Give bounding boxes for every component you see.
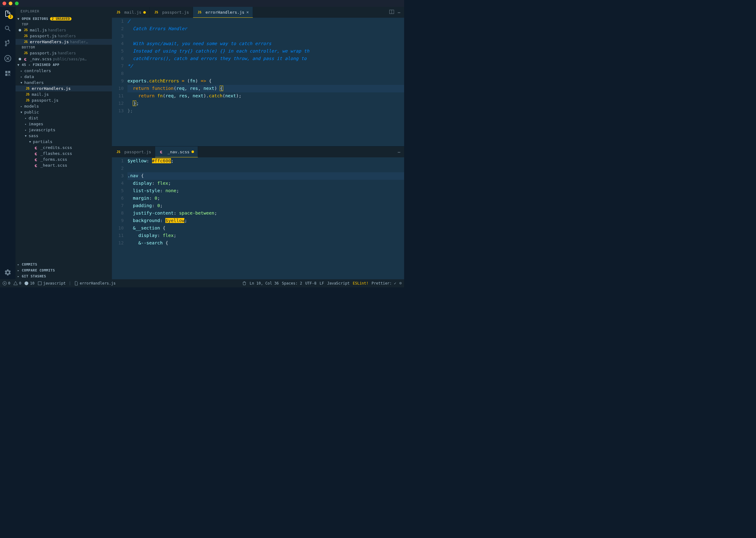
editor-tab[interactable]: _nav.scss	[155, 146, 198, 157]
code-line[interactable]: };	[127, 100, 404, 107]
js-icon: JS	[23, 28, 28, 32]
status-errors[interactable]: 0	[3, 281, 10, 286]
folder-item[interactable]: ▸javascripts	[16, 127, 112, 133]
status-language[interactable]: JavaScript	[327, 281, 349, 286]
open-editors-label: OPEN EDITORS	[22, 17, 48, 21]
more-icon[interactable]: ⋯	[398, 150, 400, 155]
minimize-window[interactable]	[9, 2, 13, 5]
extensions-icon[interactable]	[3, 69, 12, 78]
code-line[interactable]	[127, 70, 404, 78]
code-line[interactable]: */	[127, 63, 404, 70]
code-line[interactable]: exports.catchErrors = (fn) => {	[127, 78, 404, 85]
code-line[interactable]: return function(req, res, next) {	[127, 85, 404, 92]
file-item[interactable]: JSpassport.js	[16, 97, 112, 103]
code-line[interactable]: With async/await, you need some way to c…	[127, 40, 404, 48]
editor-tab[interactable]: JSmail.js	[112, 7, 150, 18]
editor-tab[interactable]: JSerrorHandlers.js×	[193, 7, 253, 18]
file-item[interactable]: _credits.scss	[16, 145, 112, 150]
explorer-icon[interactable]: 2	[3, 9, 12, 18]
code-line[interactable]: display: flex;	[127, 232, 404, 240]
status-position[interactable]: Ln 10, Col 36	[250, 281, 279, 286]
code-area-bottom[interactable]: 123456789101112 $yellow: #ffc600; .nav {…	[112, 157, 404, 279]
panel-header[interactable]: ▸GIT STASHES	[16, 273, 112, 279]
folder-item[interactable]: ▼partials	[16, 139, 112, 145]
open-editor-item[interactable]: _nav.scsspublic/sass/pa…	[16, 56, 112, 62]
code-line[interactable]: background: $yellow;	[127, 217, 404, 225]
status-trash-icon[interactable]	[242, 281, 246, 286]
editor-group-bottom: JSpassport.js_nav.scss ⋯ 123456789101112…	[112, 146, 404, 279]
status-info[interactable]: 10	[24, 281, 34, 286]
file-name: errorHandlers.js	[32, 86, 71, 91]
search-icon[interactable]	[3, 24, 12, 33]
editor-group-label: TOP	[16, 22, 112, 27]
file-item[interactable]: _flashes.scss	[16, 150, 112, 156]
folder-item[interactable]: ▼public	[16, 109, 112, 115]
file-item[interactable]: JSerrorHandlers.js	[16, 85, 112, 91]
project-header[interactable]: ▼ 45 - FINISHED APP	[16, 62, 112, 68]
code-line[interactable]: catchErrors(), catch and errors they thr…	[127, 55, 404, 63]
status-lang-file[interactable]: javascript	[38, 281, 66, 286]
code-line[interactable]: &__section {	[127, 225, 404, 232]
editor-tab[interactable]: JSpassport.js	[150, 7, 193, 18]
code-line[interactable]	[127, 33, 404, 40]
code-line[interactable]: .nav {	[127, 172, 404, 180]
split-editor-icon[interactable]	[389, 9, 394, 15]
code-line[interactable]: };	[127, 107, 404, 115]
close-window[interactable]	[3, 2, 6, 5]
code-line[interactable]: $yellow: #ffc600;	[127, 157, 404, 165]
open-editor-item[interactable]: JSpassport.jshandlers	[16, 50, 112, 56]
code-line[interactable]	[127, 165, 404, 172]
tab-label: errorHandlers.js	[206, 10, 244, 15]
code-line[interactable]: Catch Errors Handler	[127, 25, 404, 33]
status-feedback-icon[interactable]: ☺	[399, 281, 402, 286]
folder-item[interactable]: ▸images	[16, 121, 112, 127]
debug-icon[interactable]	[3, 54, 12, 63]
status-eol[interactable]: LF	[320, 281, 324, 286]
status-eslint[interactable]: ESLint!	[353, 281, 369, 286]
chevron-right-icon: ▸	[18, 269, 22, 272]
maximize-window[interactable]	[15, 2, 19, 5]
file-item[interactable]: _heart.scss	[16, 162, 112, 168]
open-editor-item[interactable]: JSpassport.jshandlers	[16, 33, 112, 39]
folder-item[interactable]: ▸data	[16, 74, 112, 80]
code-line[interactable]: padding: 0;	[127, 202, 404, 210]
code[interactable]: / Catch Errors Handler With async/await,…	[127, 18, 404, 146]
code-line[interactable]: display: flex;	[127, 180, 404, 187]
file-item[interactable]: JSmail.js	[16, 91, 112, 97]
code-line[interactable]: Instead of using try{} catch(e) {} in ea…	[127, 48, 404, 55]
folder-item[interactable]: ▸dist	[16, 115, 112, 121]
code[interactable]: $yellow: #ffc600; .nav { display: flex; …	[127, 157, 404, 279]
editor-group-top: JSmail.jsJSpassport.jsJSerrorHandlers.js…	[112, 7, 404, 146]
code-area-top[interactable]: 12345678910111213 / Catch Errors Handler…	[112, 18, 404, 146]
folder-name: controllers	[24, 69, 51, 73]
settings-icon[interactable]	[3, 268, 12, 277]
status-prettier[interactable]: Prettier: ✓	[372, 281, 396, 286]
code-line[interactable]: margin: 0;	[127, 195, 404, 202]
code-line[interactable]: &--search {	[127, 240, 404, 247]
code-line[interactable]: list-style: none;	[127, 187, 404, 195]
more-icon[interactable]: ⋯	[398, 10, 400, 15]
code-line[interactable]: return fn(req, res, next).catch(next);	[127, 92, 404, 100]
panel-header[interactable]: ▸COMPARE COMMITS	[16, 267, 112, 273]
folder-item[interactable]: ▸models	[16, 103, 112, 109]
code-line[interactable]: /	[127, 18, 404, 25]
chevron-down-icon: ▼	[25, 134, 28, 137]
chevron-down-icon: ▼	[29, 140, 33, 143]
code-line[interactable]: justify-content: space-between;	[127, 210, 404, 217]
panel-header[interactable]: ▸COMMITS	[16, 261, 112, 267]
close-icon[interactable]: ×	[246, 10, 249, 15]
folder-item[interactable]: ▼sass	[16, 133, 112, 139]
open-editors-header[interactable]: ▼ OPEN EDITORS 2 UNSAVED	[16, 16, 112, 22]
source-control-icon[interactable]	[3, 39, 12, 48]
open-editor-item[interactable]: JSmail.jshandlers	[16, 27, 112, 33]
editor-tab[interactable]: JSpassport.js	[112, 146, 155, 157]
status-spaces[interactable]: Spaces: 2	[282, 281, 302, 286]
folder-item[interactable]: ▼handlers	[16, 80, 112, 85]
status-file[interactable]: errorHandlers.js	[74, 281, 116, 286]
status-warnings[interactable]: 0	[13, 281, 21, 286]
file-item[interactable]: _forms.scss	[16, 156, 112, 162]
folder-item[interactable]: ▸controllers	[16, 68, 112, 74]
status-encoding[interactable]: UTF-8	[305, 281, 317, 286]
open-editor-item[interactable]: JSerrorHandlers.jshandler…	[16, 39, 112, 45]
sidebar-title: EXPLORER	[16, 7, 112, 16]
